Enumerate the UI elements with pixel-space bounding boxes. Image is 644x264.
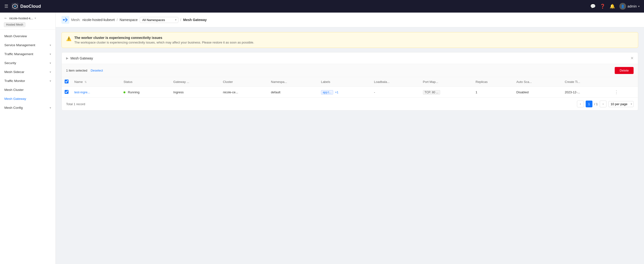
sidebar-item-mesh-sidecar[interactable]: Mesh Sidecar ▾ <box>0 67 56 76</box>
back-arrow-icon: ← <box>4 16 8 20</box>
selected-count: 1 item selected <box>66 69 87 72</box>
sidebar-item-label: Mesh Config <box>4 106 50 110</box>
sidebar-item-label: Service Management <box>4 43 50 47</box>
panel-title-row: ▶ Mesh Gateway <box>66 56 93 60</box>
namespace-select[interactable]: All Namespaces <box>140 17 178 23</box>
gateway-table: Name ⇅ Status Gateway ... Cluster Namesp… <box>62 77 638 97</box>
th-name: Name ⇅ <box>72 77 120 87</box>
sidebar-item-label: Mesh Sidecar <box>4 70 50 74</box>
hamburger-icon[interactable]: ☰ <box>4 4 8 9</box>
row-checkbox[interactable] <box>65 90 68 94</box>
sidebar-item-service-management[interactable]: Service Management ▾ <box>0 41 56 50</box>
td-gateway-type: Ingress <box>170 87 220 98</box>
breadcrumb-sep2: / <box>180 18 181 22</box>
chevron-down-icon: ▾ <box>50 52 51 56</box>
td-auto-scale: Disabled <box>514 87 562 98</box>
pagination-total: Total 1 record <box>66 102 85 106</box>
status-text: Running <box>128 90 140 94</box>
sidebar-item-security[interactable]: Security ▾ <box>0 58 56 67</box>
sidebar-item-label: Mesh Gateway <box>4 97 51 101</box>
bell-icon[interactable]: 🔔 <box>610 4 615 9</box>
help-icon[interactable]: ❓ <box>600 4 605 9</box>
pagination-right: ‹ 1 / 1 › 10 per page 20 per page 50 per… <box>577 101 634 107</box>
th-create-time: Create Ti... <box>562 77 610 87</box>
sidebar-cluster-name: nicole-hosted-k... <box>9 16 33 20</box>
panel-title: Mesh Gateway <box>70 56 93 60</box>
panel-expand-icon[interactable]: ▶ <box>66 56 68 60</box>
breadcrumb-sep1: / <box>117 18 118 22</box>
label-extra: +1 <box>335 91 338 94</box>
sidebar-item-mesh-gateway[interactable]: Mesh Gateway <box>0 94 56 103</box>
sidebar-item-label: Mesh Cluster <box>4 88 51 92</box>
warning-banner: ⚠️ The worker cluster is experiencing co… <box>62 32 638 48</box>
th-cluster: Cluster <box>220 77 268 87</box>
logo: DaoCloud <box>12 3 590 10</box>
username: admin <box>628 4 637 8</box>
td-more: ⋮ <box>610 87 638 98</box>
topnav-right: 💬 ❓ 🔔 👤 admin ▾ <box>590 3 640 10</box>
gateway-type: Ingress <box>173 90 184 94</box>
pagination-prev-button[interactable]: ‹ <box>577 101 584 107</box>
page-content: ⚠️ The worker cluster is experiencing co… <box>56 27 644 264</box>
mesh-gateway-icon <box>62 16 69 24</box>
svg-rect-3 <box>63 19 64 20</box>
th-auto-scale: Auto Sca... <box>514 77 562 87</box>
th-replicas: Replicas <box>472 77 514 87</box>
sort-icon[interactable]: ⇅ <box>84 81 87 83</box>
sidebar-item-traffic-management[interactable]: Traffic Management ▾ <box>0 50 56 58</box>
sidebar-item-label: Traffic Management <box>4 52 50 56</box>
namespace-selector-wrap: All Namespaces <box>140 17 178 23</box>
td-status: Running <box>120 87 170 98</box>
th-loadbalancer: Loadbala... <box>371 77 420 87</box>
breadcrumb-mesh-label: Mesh: <box>71 18 80 22</box>
breadcrumb-current-page: Mesh Gateway <box>183 18 206 22</box>
pagination-next-button[interactable]: › <box>600 101 606 107</box>
sidebar-item-label: Traffic Monitor <box>4 79 50 83</box>
sidebar-nav: Mesh Overview Service Management ▾ Traff… <box>0 30 56 264</box>
sidebar-back-button[interactable]: ← nicole-hosted-k... ▾ <box>4 16 52 20</box>
deselect-button[interactable]: Deselect <box>90 69 103 72</box>
td-labels: app:t... +1 <box>318 87 371 98</box>
table-toolbar: 1 item selected Deselect Delete <box>62 64 638 77</box>
label-tag[interactable]: app:t... <box>321 90 334 95</box>
pagination-current-page: 1 <box>586 101 592 107</box>
user-menu[interactable]: 👤 admin ▾ <box>619 3 640 10</box>
create-time: 2023-12-... <box>565 90 580 94</box>
chat-icon[interactable]: 💬 <box>590 4 596 9</box>
sidebar-item-mesh-overview[interactable]: Mesh Overview <box>0 32 56 41</box>
per-page-select[interactable]: 10 per page 20 per page 50 per page <box>608 101 634 107</box>
td-replicas: 1 <box>472 87 514 98</box>
sidebar-item-mesh-cluster[interactable]: Mesh Cluster <box>0 85 56 94</box>
th-gateway-type: Gateway ... <box>170 77 220 87</box>
delete-button[interactable]: Delete <box>615 67 634 74</box>
warning-desc: The workspace cluster is experiencing co… <box>74 41 254 44</box>
chevron-down-icon: ▾ <box>50 106 51 110</box>
sidebar-cluster-tag: Hosted Mesh <box>4 22 26 27</box>
td-namespace: default <box>268 87 318 98</box>
user-chevron-icon: ▾ <box>638 5 640 8</box>
breadcrumb-cluster: nicole-hosted-kubevrt <box>82 18 115 22</box>
per-page-wrap: 10 per page 20 per page 50 per page <box>608 101 634 107</box>
namespace: default <box>271 90 280 94</box>
row-more-button[interactable]: ⋮ <box>613 89 620 95</box>
select-all-checkbox[interactable] <box>65 80 68 83</box>
panel-close-icon[interactable]: ✕ <box>630 56 634 60</box>
td-cluster: nicole-ce... <box>220 87 268 98</box>
port-map-tag: TCP: 80 ... <box>423 90 440 95</box>
topnav: ☰ DaoCloud 💬 ❓ 🔔 👤 admin ▾ <box>0 0 644 12</box>
table: Name ⇅ Status Gateway ... Cluster Namesp… <box>62 77 638 97</box>
logo-text: DaoCloud <box>20 4 41 9</box>
td-checkbox <box>62 87 72 98</box>
sidebar-item-label: Mesh Overview <box>4 34 51 38</box>
sidebar-item-mesh-config[interactable]: Mesh Config ▾ <box>0 103 56 112</box>
warning-title: The worker cluster is experiencing conne… <box>74 36 254 40</box>
warning-icon: ⚠️ <box>66 36 72 41</box>
status-dot <box>124 91 126 93</box>
td-port-map: TCP: 80 ... <box>420 87 473 98</box>
main-content: Mesh: nicole-hosted-kubevrt / Namespace … <box>56 12 644 264</box>
gateway-name: test-ingre... <box>74 90 90 94</box>
th-namespace: Namespa... <box>268 77 318 87</box>
chevron-down-icon: ▾ <box>50 70 51 74</box>
sidebar-item-traffic-monitor[interactable]: Traffic Monitor ▾ <box>0 76 56 85</box>
td-create-time: 2023-12-... <box>562 87 610 98</box>
